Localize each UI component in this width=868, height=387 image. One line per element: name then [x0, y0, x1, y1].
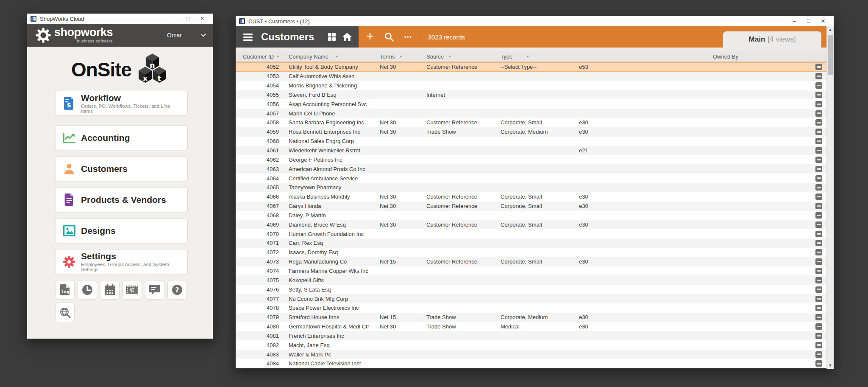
table-row[interactable]: 4083 Waller & Mark Pc	[236, 350, 827, 359]
sort-arrow-icon[interactable]: ▼	[399, 55, 402, 59]
table-row[interactable]: 4080 Germantown Hospital & Medl Ctr Net …	[236, 322, 827, 331]
table-row[interactable]: 4082 Macht, Jane Esq	[236, 340, 827, 350]
minimize-icon[interactable]: –	[166, 14, 181, 24]
row-detail-button[interactable]	[815, 166, 822, 172]
column-header-source[interactable]: Source▼	[426, 53, 501, 60]
row-detail-button[interactable]	[815, 110, 822, 117]
table-row[interactable]: 4064 Certified Ambulance Service	[236, 174, 827, 183]
sort-arrow-icon[interactable]: ▼	[448, 55, 451, 59]
table-row[interactable]: 4073 Rega Manufacturing Co Net 15 Custom…	[236, 257, 827, 266]
accounting-button[interactable]: Accounting	[55, 125, 188, 150]
column-header-type[interactable]: Type▼	[501, 53, 579, 60]
table-row[interactable]: 4079 Stratford House Inns Net 15 Trade S…	[236, 313, 827, 322]
row-detail-button[interactable]	[815, 249, 822, 255]
row-detail-button[interactable]	[815, 157, 822, 163]
table-row[interactable]: 4078 Space Power Electronics Inc	[236, 303, 827, 313]
row-detail-button[interactable]	[815, 147, 822, 154]
sort-arrow-icon[interactable]: ▼	[526, 55, 529, 59]
table-row[interactable]: 4063 American Almond Prods Co Inc	[236, 164, 827, 174]
products-vendors-button[interactable]: Products & Vendors	[55, 187, 188, 212]
row-detail-button[interactable]	[815, 203, 822, 209]
table-row[interactable]: 4081 French Enterprises Inc	[236, 331, 827, 340]
settings-button[interactable]: Settings Employees, Groups Access, and S…	[55, 249, 188, 274]
user-menu[interactable]: Omar	[167, 32, 205, 39]
row-detail-button[interactable]	[815, 286, 822, 293]
launcher-titlebar[interactable]: ShopWorks Cloud – □ ✕	[27, 14, 213, 24]
messages-button[interactable]	[145, 280, 164, 300]
row-detail-button[interactable]	[815, 64, 822, 70]
row-detail-button[interactable]	[815, 194, 822, 200]
row-detail-button[interactable]	[815, 212, 822, 219]
table-row[interactable]: 4068 Daley, P Martin	[236, 211, 827, 220]
scroll-up-icon[interactable]: ▲	[829, 26, 832, 33]
table-row[interactable]: 4084 National Cable Television Inst	[236, 359, 827, 368]
row-detail-button[interactable]	[815, 277, 822, 283]
row-detail-button[interactable]	[815, 119, 822, 126]
row-detail-button[interactable]	[815, 323, 822, 330]
table-row[interactable]: 4057 Marin Cel U Phone	[236, 109, 827, 118]
table-row[interactable]: 4062 George F Pettinos Inc	[236, 155, 827, 164]
row-detail-button[interactable]	[815, 73, 822, 79]
tab-main[interactable]: Main [4 views]	[723, 31, 821, 48]
web-search-button[interactable]	[55, 303, 75, 322]
log-button[interactable]: Log	[55, 280, 75, 300]
table-row[interactable]: 4067 Garys Honda Net 30 Customer Referen…	[236, 202, 827, 211]
scrollbar-thumb[interactable]	[828, 35, 833, 75]
payroll-button[interactable]: 0	[122, 280, 142, 300]
table-row[interactable]: 4075 Kokopelli Gifts	[236, 275, 827, 285]
sort-arrow-icon[interactable]: ▼	[276, 55, 280, 59]
row-detail-button[interactable]	[815, 351, 822, 358]
row-detail-button[interactable]	[815, 360, 822, 367]
table-row[interactable]: 4053 Calf Automotive Whls Assn	[236, 72, 827, 81]
row-detail-button[interactable]	[815, 268, 822, 274]
time-button[interactable]	[78, 280, 97, 300]
customers-button[interactable]: Customers	[55, 156, 188, 181]
sort-arrow-icon[interactable]: ▼	[335, 55, 339, 59]
table-row[interactable]: 4054 Morris Brignone & Pickering	[236, 81, 827, 90]
row-detail-button[interactable]	[815, 184, 822, 191]
maximize-icon[interactable]: □	[801, 16, 816, 26]
row-detail-button[interactable]	[815, 101, 822, 107]
row-detail-button[interactable]	[815, 129, 822, 135]
table-row[interactable]: 4055 Steven, Ford B Esq Internet	[236, 90, 827, 100]
maximize-icon[interactable]: □	[181, 14, 195, 24]
calendar-button[interactable]	[100, 280, 120, 300]
table-row[interactable]: 4052 Utility Tool & Body Company Net 30 …	[236, 62, 827, 72]
table-row[interactable]: 4071 Carr, Rex Esq	[236, 238, 827, 248]
layout-grid-icon[interactable]	[328, 33, 336, 41]
row-detail-button[interactable]	[815, 258, 822, 265]
row-detail-button[interactable]	[815, 240, 822, 246]
more-options-icon[interactable]: •••	[404, 34, 412, 40]
help-button[interactable]: ?	[167, 280, 187, 300]
row-detail-button[interactable]	[815, 138, 822, 144]
scroll-down-icon[interactable]: ▼	[829, 362, 832, 369]
vertical-scrollbar[interactable]: ▲ ▼	[826, 26, 834, 369]
close-icon[interactable]: ✕	[195, 14, 209, 24]
table-row[interactable]: 4077 Nu Econo Brik Mfg Corp	[236, 294, 827, 303]
row-detail-button[interactable]	[815, 222, 822, 228]
row-detail-button[interactable]	[815, 305, 822, 311]
row-detail-button[interactable]	[815, 82, 822, 89]
row-detail-button[interactable]	[815, 296, 822, 302]
table-row[interactable]: 4069 Diamond, Bruce W Esq Net 30 Custome…	[236, 220, 827, 229]
designs-button[interactable]: Designs	[55, 218, 188, 243]
table-row[interactable]: 4076 Setty, S Lata Esq	[236, 285, 827, 294]
table-row[interactable]: 4059 Rosa Bennett Enterprises Inc Net 30…	[236, 127, 827, 137]
row-detail-button[interactable]	[815, 314, 822, 320]
minimize-icon[interactable]: –	[787, 16, 801, 26]
row-detail-button[interactable]	[815, 175, 822, 182]
row-detail-button[interactable]	[815, 231, 822, 237]
table-row[interactable]: 4066 Alaska Business Monthly Net 30 Cust…	[236, 192, 827, 202]
column-header-terms[interactable]: Terms▼	[380, 53, 426, 60]
customers-titlebar[interactable]: CUST • Customers • (12) – □ ✕	[236, 16, 834, 26]
column-header-company-name[interactable]: Company Name▼	[282, 53, 380, 60]
table-row[interactable]: 4072 Isaacs, Dorothy Esq	[236, 248, 827, 257]
search-icon[interactable]	[384, 32, 394, 42]
table-row[interactable]: 4056 Asap Accounting Personnel Svc	[236, 99, 827, 109]
table-row[interactable]: 4061 Wiederkehr Weinkeller Rstrnt e21	[236, 146, 827, 155]
table-row[interactable]: 4074 Farmers Marine Copper Wks Inc	[236, 266, 827, 276]
row-detail-button[interactable]	[815, 333, 822, 339]
row-detail-button[interactable]	[815, 342, 822, 348]
new-record-icon[interactable]: +	[366, 30, 374, 45]
row-detail-button[interactable]	[815, 92, 822, 98]
